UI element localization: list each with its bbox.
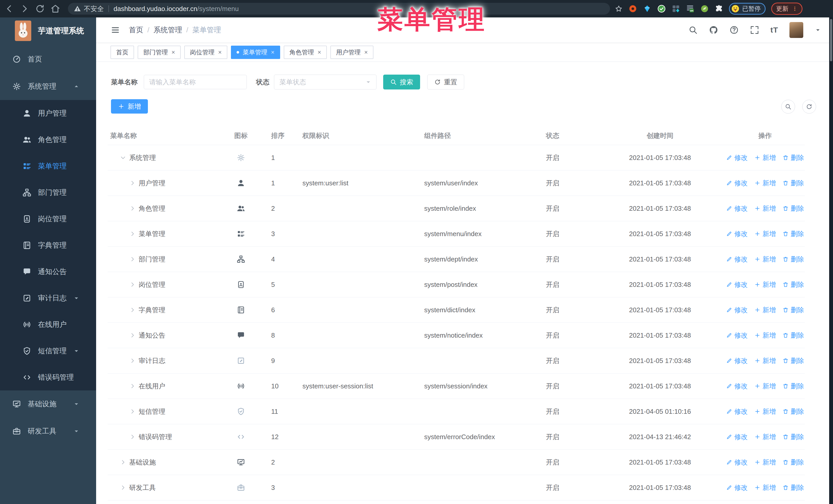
menu-name-input[interactable] [144, 75, 247, 89]
add-link[interactable]: 新增 [754, 280, 776, 289]
add-link[interactable]: 新增 [754, 356, 776, 365]
breadcrumb-item[interactable]: 系统管理 [153, 25, 182, 35]
edit-link[interactable]: 修改 [726, 458, 748, 467]
refresh-table-button[interactable] [802, 100, 816, 114]
sidebar-item-14[interactable]: 基础设施 [0, 390, 96, 417]
search-icon[interactable] [688, 25, 698, 34]
add-link[interactable]: 新增 [754, 407, 776, 416]
reset-button[interactable]: 重置 [427, 75, 464, 90]
delete-link[interactable]: 删除 [783, 153, 804, 162]
sidebar-item-1[interactable]: 首页 [0, 46, 96, 73]
delete-link[interactable]: 删除 [783, 179, 804, 188]
expand-row-icon[interactable] [129, 205, 136, 212]
chevron-down-icon[interactable] [814, 27, 821, 33]
tab-close-icon[interactable]: × [171, 49, 175, 55]
avatar[interactable] [789, 22, 803, 38]
edit-link[interactable]: 修改 [726, 483, 748, 492]
puzzle-extensions-icon[interactable] [715, 4, 723, 13]
collapse-sidebar-icon[interactable] [111, 25, 120, 34]
delete-link[interactable]: 删除 [783, 483, 804, 492]
bookmark-star-icon[interactable] [615, 5, 623, 13]
tab-2[interactable]: 部门管理× [138, 46, 181, 59]
search-button[interactable]: 搜索 [383, 75, 420, 90]
github-icon[interactable] [709, 25, 718, 34]
delete-link[interactable]: 删除 [783, 331, 804, 340]
expand-row-icon[interactable] [129, 434, 136, 440]
grid-gem-extension-icon[interactable] [671, 4, 680, 13]
sidebar-item-11[interactable]: 在线用户 [0, 311, 96, 338]
delete-link[interactable]: 删除 [783, 230, 804, 238]
edit-link[interactable]: 修改 [726, 331, 748, 340]
expand-row-icon[interactable] [129, 180, 136, 186]
collapse-row-icon[interactable] [120, 154, 126, 161]
add-link[interactable]: 新增 [754, 306, 776, 315]
edit-link[interactable]: 修改 [726, 179, 748, 188]
edit-link[interactable]: 修改 [726, 306, 748, 315]
delete-link[interactable]: 删除 [783, 306, 804, 315]
orange-circle-extension-icon[interactable] [628, 4, 637, 13]
edit-link[interactable]: 修改 [726, 280, 748, 289]
blue-gem-extension-icon[interactable] [643, 4, 651, 13]
expand-row-icon[interactable] [120, 459, 126, 465]
edit-link[interactable]: 修改 [726, 204, 748, 213]
paused-badge[interactable]: 已暂停 [729, 3, 766, 15]
url-bar[interactable]: 不安全 dashboard.yudao.iocoder.cn/system/me… [68, 3, 610, 15]
delete-link[interactable]: 删除 [783, 407, 804, 416]
delete-link[interactable]: 删除 [783, 255, 804, 264]
expand-row-icon[interactable] [129, 231, 136, 237]
sidebar-item-13[interactable]: 错误码管理 [0, 364, 96, 390]
tab-close-icon[interactable]: × [364, 49, 368, 55]
edit-link[interactable]: 修改 [726, 432, 748, 441]
scrollbar-thumb[interactable] [830, 19, 832, 61]
tab-close-icon[interactable]: × [271, 49, 275, 55]
edit-link[interactable]: 修改 [726, 382, 748, 391]
tab-5[interactable]: 角色管理× [284, 46, 327, 59]
delete-link[interactable]: 删除 [783, 280, 804, 289]
show-search-toggle-button[interactable] [781, 100, 795, 114]
add-link[interactable]: 新增 [754, 483, 776, 492]
sidebar-item-9[interactable]: 通知公告 [0, 258, 96, 285]
sidebar-item-2[interactable]: 系统管理 [0, 73, 96, 100]
delete-link[interactable]: 删除 [783, 382, 804, 391]
tab-1[interactable]: 首页 [111, 46, 134, 59]
logo-row[interactable]: 芋道管理系统 [0, 18, 96, 44]
add-link[interactable]: 新增 [754, 153, 776, 162]
help-icon[interactable] [730, 25, 739, 34]
add-link[interactable]: 新增 [754, 331, 776, 340]
edit-link[interactable]: 修改 [726, 356, 748, 365]
add-link[interactable]: 新增 [754, 458, 776, 467]
expand-row-icon[interactable] [129, 383, 136, 389]
expand-row-icon[interactable] [129, 408, 136, 414]
add-link[interactable]: 新增 [754, 382, 776, 391]
delete-link[interactable]: 删除 [783, 432, 804, 441]
vertical-scrollbar[interactable] [829, 18, 833, 504]
edit-link[interactable]: 修改 [726, 407, 748, 416]
tab-close-icon[interactable]: × [317, 49, 321, 55]
reload-icon[interactable] [35, 4, 45, 14]
delete-link[interactable]: 删除 [783, 356, 804, 365]
green-leaf-extension-icon[interactable] [700, 4, 709, 13]
sidebar-item-8[interactable]: 字典管理 [0, 232, 96, 258]
sidebar-item-10[interactable]: 审计日志 [0, 285, 96, 311]
back-icon[interactable] [4, 4, 14, 14]
edit-link[interactable]: 修改 [726, 230, 748, 238]
delete-link[interactable]: 删除 [783, 204, 804, 213]
status-select[interactable]: 菜单状态 [274, 75, 377, 90]
add-link[interactable]: 新增 [754, 204, 776, 213]
tampermonkey-on-extension-icon[interactable]: on [686, 4, 695, 13]
tab-6[interactable]: 用户管理× [330, 46, 374, 59]
add-link[interactable]: 新增 [754, 230, 776, 238]
sidebar-item-6[interactable]: 部门管理 [0, 179, 96, 206]
sidebar-item-4[interactable]: 角色管理 [0, 126, 96, 153]
add-link[interactable]: 新增 [754, 255, 776, 264]
edit-link[interactable]: 修改 [726, 255, 748, 264]
tab-4[interactable]: 菜单管理× [231, 46, 280, 59]
sidebar-item-15[interactable]: 研发工具 [0, 417, 96, 445]
edit-link[interactable]: 修改 [726, 153, 748, 162]
add-link[interactable]: 新增 [754, 179, 776, 188]
forward-icon[interactable] [20, 4, 30, 14]
sidebar-item-5[interactable]: 菜单管理 [0, 153, 96, 179]
green-check-extension-icon[interactable] [657, 4, 666, 13]
update-button[interactable]: 更新 [771, 3, 803, 15]
breadcrumb-item[interactable]: 首页 [129, 25, 143, 35]
